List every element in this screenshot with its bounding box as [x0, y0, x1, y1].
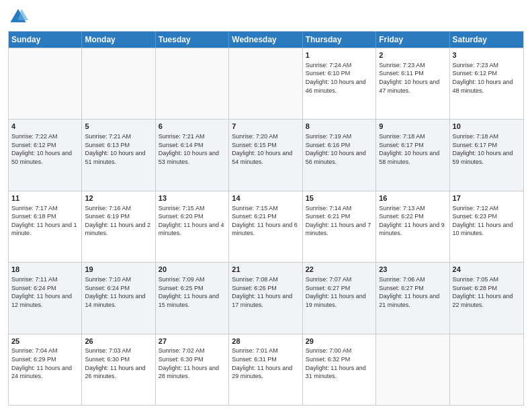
day-number: 27 [159, 336, 226, 347]
cell-info: Sunrise: 7:23 AM Sunset: 6:12 PM Dayligh… [453, 61, 521, 95]
day-number: 22 [306, 265, 373, 275]
calendar-cell: 1Sunrise: 7:24 AM Sunset: 6:10 PM Daylig… [303, 48, 376, 119]
logo [8, 7, 31, 27]
day-number: 15 [306, 193, 373, 203]
calendar-cell: 22Sunrise: 7:07 AM Sunset: 6:27 PM Dayli… [303, 263, 376, 333]
cell-info: Sunrise: 7:00 AM Sunset: 6:32 PM Dayligh… [306, 347, 373, 380]
cell-info: Sunrise: 7:21 AM Sunset: 6:14 PM Dayligh… [159, 132, 226, 166]
calendar-cell [376, 334, 449, 405]
calendar-cell: 28Sunrise: 7:01 AM Sunset: 6:31 PM Dayli… [229, 334, 302, 405]
calendar-cell: 13Sunrise: 7:15 AM Sunset: 6:20 PM Dayli… [156, 191, 229, 262]
calendar-cell: 26Sunrise: 7:03 AM Sunset: 6:30 PM Dayli… [82, 334, 155, 405]
logo-icon [8, 7, 28, 27]
calendar-header-cell: Tuesday [156, 32, 229, 48]
day-number: 16 [379, 193, 446, 203]
cell-info: Sunrise: 7:09 AM Sunset: 6:25 PM Dayligh… [159, 275, 226, 309]
calendar-row: 1Sunrise: 7:24 AM Sunset: 6:10 PM Daylig… [9, 48, 523, 119]
calendar-cell [450, 334, 523, 405]
cell-info: Sunrise: 7:01 AM Sunset: 6:31 PM Dayligh… [232, 347, 299, 380]
cell-info: Sunrise: 7:07 AM Sunset: 6:27 PM Dayligh… [306, 275, 373, 309]
day-number: 26 [85, 336, 152, 347]
cell-info: Sunrise: 7:02 AM Sunset: 6:30 PM Dayligh… [159, 347, 226, 380]
calendar-cell: 21Sunrise: 7:08 AM Sunset: 6:26 PM Dayli… [229, 263, 302, 333]
cell-info: Sunrise: 7:14 AM Sunset: 6:21 PM Dayligh… [306, 204, 373, 238]
calendar-cell: 24Sunrise: 7:05 AM Sunset: 6:28 PM Dayli… [450, 263, 523, 333]
calendar-row: 11Sunrise: 7:17 AM Sunset: 6:18 PM Dayli… [9, 191, 523, 262]
cell-info: Sunrise: 7:17 AM Sunset: 6:18 PM Dayligh… [11, 204, 79, 238]
cell-info: Sunrise: 7:05 AM Sunset: 6:28 PM Dayligh… [453, 275, 521, 309]
day-number: 2 [379, 50, 446, 60]
calendar-cell: 10Sunrise: 7:18 AM Sunset: 6:17 PM Dayli… [450, 120, 523, 190]
day-number: 4 [11, 122, 79, 132]
cell-info: Sunrise: 7:10 AM Sunset: 6:24 PM Dayligh… [85, 275, 152, 309]
calendar-cell: 16Sunrise: 7:13 AM Sunset: 6:22 PM Dayli… [376, 191, 449, 262]
cell-info: Sunrise: 7:19 AM Sunset: 6:16 PM Dayligh… [306, 132, 373, 166]
day-number: 12 [85, 193, 152, 203]
cell-info: Sunrise: 7:20 AM Sunset: 6:15 PM Dayligh… [232, 132, 299, 166]
calendar-header-cell: Wednesday [229, 32, 302, 48]
calendar-cell: 17Sunrise: 7:12 AM Sunset: 6:23 PM Dayli… [450, 191, 523, 262]
day-number: 11 [11, 193, 79, 203]
calendar-header-cell: Friday [376, 32, 449, 48]
calendar-cell: 12Sunrise: 7:16 AM Sunset: 6:19 PM Dayli… [82, 191, 155, 262]
cell-info: Sunrise: 7:22 AM Sunset: 6:12 PM Dayligh… [11, 132, 79, 166]
calendar-cell [156, 48, 229, 119]
day-number: 23 [379, 265, 446, 275]
calendar-cell: 11Sunrise: 7:17 AM Sunset: 6:18 PM Dayli… [9, 191, 82, 262]
cell-info: Sunrise: 7:24 AM Sunset: 6:10 PM Dayligh… [306, 61, 373, 95]
calendar-cell: 15Sunrise: 7:14 AM Sunset: 6:21 PM Dayli… [303, 191, 376, 262]
day-number: 10 [453, 122, 521, 132]
cell-info: Sunrise: 7:12 AM Sunset: 6:23 PM Dayligh… [453, 204, 521, 238]
calendar-cell [9, 48, 82, 119]
calendar-row: 18Sunrise: 7:11 AM Sunset: 6:24 PM Dayli… [9, 262, 523, 333]
day-number: 5 [85, 122, 152, 132]
page-container: SundayMondayTuesdayWednesdayThursdayFrid… [0, 0, 532, 411]
calendar-header-cell: Saturday [450, 32, 523, 48]
day-number: 29 [306, 336, 373, 347]
calendar-cell: 9Sunrise: 7:18 AM Sunset: 6:17 PM Daylig… [376, 120, 449, 190]
calendar-cell: 2Sunrise: 7:23 AM Sunset: 6:11 PM Daylig… [376, 48, 449, 119]
calendar-row: 25Sunrise: 7:04 AM Sunset: 6:29 PM Dayli… [9, 334, 523, 405]
day-number: 7 [232, 122, 299, 132]
calendar-cell: 20Sunrise: 7:09 AM Sunset: 6:25 PM Dayli… [156, 263, 229, 333]
day-number: 28 [232, 336, 299, 347]
cell-info: Sunrise: 7:04 AM Sunset: 6:29 PM Dayligh… [11, 347, 79, 380]
cell-info: Sunrise: 7:18 AM Sunset: 6:17 PM Dayligh… [379, 132, 446, 166]
cell-info: Sunrise: 7:16 AM Sunset: 6:19 PM Dayligh… [85, 204, 152, 238]
calendar-header-cell: Monday [82, 32, 155, 48]
cell-info: Sunrise: 7:13 AM Sunset: 6:22 PM Dayligh… [379, 204, 446, 238]
calendar-header-cell: Sunday [9, 32, 82, 48]
day-number: 6 [159, 122, 226, 132]
day-number: 25 [11, 336, 79, 347]
cell-info: Sunrise: 7:03 AM Sunset: 6:30 PM Dayligh… [85, 347, 152, 380]
day-number: 9 [379, 122, 446, 132]
day-number: 3 [453, 50, 521, 60]
calendar-cell: 8Sunrise: 7:19 AM Sunset: 6:16 PM Daylig… [303, 120, 376, 190]
page-header [8, 7, 524, 27]
calendar-header: SundayMondayTuesdayWednesdayThursdayFrid… [9, 32, 523, 48]
calendar-cell [82, 48, 155, 119]
calendar-cell [229, 48, 302, 119]
calendar-cell: 18Sunrise: 7:11 AM Sunset: 6:24 PM Dayli… [9, 263, 82, 333]
day-number: 13 [159, 193, 226, 203]
day-number: 8 [306, 122, 373, 132]
day-number: 20 [159, 265, 226, 275]
calendar: SundayMondayTuesdayWednesdayThursdayFrid… [8, 31, 524, 406]
calendar-cell: 6Sunrise: 7:21 AM Sunset: 6:14 PM Daylig… [156, 120, 229, 190]
calendar-cell: 27Sunrise: 7:02 AM Sunset: 6:30 PM Dayli… [156, 334, 229, 405]
calendar-body: 1Sunrise: 7:24 AM Sunset: 6:10 PM Daylig… [9, 48, 523, 405]
cell-info: Sunrise: 7:15 AM Sunset: 6:20 PM Dayligh… [159, 204, 226, 238]
cell-info: Sunrise: 7:08 AM Sunset: 6:26 PM Dayligh… [232, 275, 299, 309]
calendar-header-cell: Thursday [303, 32, 376, 48]
day-number: 1 [306, 50, 373, 60]
calendar-cell: 14Sunrise: 7:15 AM Sunset: 6:21 PM Dayli… [229, 191, 302, 262]
day-number: 21 [232, 265, 299, 275]
cell-info: Sunrise: 7:06 AM Sunset: 6:27 PM Dayligh… [379, 275, 446, 309]
cell-info: Sunrise: 7:21 AM Sunset: 6:13 PM Dayligh… [85, 132, 152, 166]
day-number: 17 [453, 193, 521, 203]
cell-info: Sunrise: 7:15 AM Sunset: 6:21 PM Dayligh… [232, 204, 299, 238]
cell-info: Sunrise: 7:18 AM Sunset: 6:17 PM Dayligh… [453, 132, 521, 166]
calendar-cell: 5Sunrise: 7:21 AM Sunset: 6:13 PM Daylig… [82, 120, 155, 190]
calendar-cell: 7Sunrise: 7:20 AM Sunset: 6:15 PM Daylig… [229, 120, 302, 190]
day-number: 24 [453, 265, 521, 275]
